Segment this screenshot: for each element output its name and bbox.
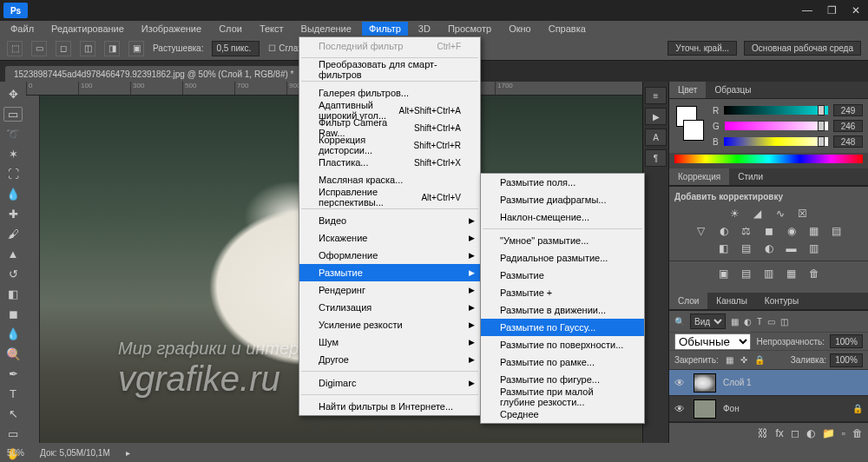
fx-icon[interactable]: fx: [775, 427, 783, 439]
healing-tool[interactable]: ✚: [3, 207, 23, 221]
menu-item[interactable]: Размытие в движении...: [481, 301, 644, 319]
menu-item[interactable]: Размытие по Гауссу...: [481, 319, 644, 336]
filter-pixel-icon[interactable]: ▦: [731, 317, 739, 327]
menu-выделение[interactable]: Выделение: [294, 22, 358, 36]
menu-item[interactable]: Digimarc▶: [299, 374, 480, 392]
menu-просмотр[interactable]: Просмотр: [441, 22, 498, 36]
filter-adj-icon[interactable]: ◐: [744, 317, 752, 327]
window-close[interactable]: ✕: [847, 3, 865, 17]
exposure-icon[interactable]: ☒: [795, 207, 811, 221]
path-tool[interactable]: ↖: [3, 406, 23, 421]
marquee-sub-icon[interactable]: ◨: [104, 41, 120, 56]
move-tool[interactable]: ✥: [3, 87, 23, 102]
paragraph-panel-icon[interactable]: ¶: [645, 149, 667, 167]
menu-item[interactable]: Размытие: [481, 267, 644, 284]
menu-item[interactable]: Преобразовать для смарт-фильтров: [299, 61, 480, 78]
menu-item[interactable]: Коррекция дисторсии...Shift+Ctrl+R: [299, 136, 480, 154]
menu-окно[interactable]: Окно: [502, 22, 538, 36]
visibility-icon[interactable]: 👁: [674, 403, 687, 415]
b-slider[interactable]: [724, 137, 828, 146]
photo-filter-icon[interactable]: ◉: [784, 224, 799, 238]
menu-item[interactable]: Последний фильтрCtrl+F: [299, 37, 480, 55]
menu-item[interactable]: Радиальное размытие...: [481, 249, 644, 267]
tab-color[interactable]: Цвет: [669, 82, 706, 98]
gradient-tool[interactable]: ◼: [3, 307, 23, 321]
menu-item[interactable]: Размытие диафрагмы...: [481, 191, 644, 208]
menu-item[interactable]: Фильтр Camera Raw...Shift+Ctrl+A: [299, 119, 480, 136]
menu-item[interactable]: Размытие▶: [299, 264, 480, 281]
filter-kind-select[interactable]: Вид: [690, 314, 726, 329]
zoom-level[interactable]: 50%: [7, 448, 24, 458]
workspace-switcher[interactable]: Основная рабочая среда: [744, 41, 861, 56]
menu-слои[interactable]: Слои: [212, 22, 249, 36]
menu-item[interactable]: Размытие поля...: [481, 174, 644, 191]
menu-item[interactable]: Адаптивный широкий угол...Alt+Shift+Ctrl…: [299, 102, 480, 119]
threshold-icon[interactable]: ◐: [761, 241, 777, 255]
hue-icon[interactable]: ◐: [716, 224, 732, 238]
tool-preset-icon[interactable]: ⬚: [7, 41, 23, 56]
selective-icon[interactable]: ▥: [806, 241, 822, 255]
doc-tab[interactable]: 15238987445ad4d978466479.92391862.jpg @ …: [5, 66, 315, 82]
menu-item[interactable]: "Умное" размытие...: [481, 232, 644, 249]
stamp-tool[interactable]: ▲: [3, 247, 23, 261]
mask-icon[interactable]: ◻: [791, 427, 799, 439]
menu-item[interactable]: Размытие при малой глубине резкости...: [481, 388, 644, 406]
shape-tool[interactable]: ▭: [3, 426, 23, 441]
levels-icon[interactable]: ◢: [750, 207, 766, 221]
eraser-tool[interactable]: ◧: [3, 287, 23, 301]
menu-item[interactable]: Шум▶: [299, 333, 480, 351]
pen-tool[interactable]: ✒: [3, 366, 23, 381]
marquee-inter-icon[interactable]: ▣: [128, 41, 144, 56]
trash-icon[interactable]: 🗑: [806, 267, 822, 280]
preset-icon[interactable]: ▣: [716, 267, 732, 280]
tab-styles[interactable]: Стили: [729, 168, 772, 185]
wand-tool[interactable]: ✶: [3, 147, 23, 162]
opacity-input[interactable]: [830, 334, 863, 348]
history-brush-tool[interactable]: ↺: [3, 267, 23, 281]
posterize-icon[interactable]: ▤: [739, 241, 754, 255]
menu-item[interactable]: Размытие по рамке...: [481, 353, 644, 371]
preset4-icon[interactable]: ▦: [784, 267, 799, 280]
menu-item[interactable]: Искажение▶: [299, 229, 480, 247]
menu-изображение[interactable]: Изображение: [135, 22, 208, 36]
menu-item[interactable]: Рендеринг▶: [299, 281, 480, 299]
menu-редактирование[interactable]: Редактирование: [44, 22, 131, 36]
tab-layers[interactable]: Слои: [669, 293, 707, 309]
tab-channels[interactable]: Каналы: [707, 293, 756, 309]
tab-paths[interactable]: Контуры: [756, 293, 807, 309]
preset2-icon[interactable]: ▤: [739, 267, 754, 280]
menu-справка[interactable]: Справка: [542, 22, 593, 36]
layer-row[interactable]: 👁Фон🔒: [669, 396, 868, 422]
marquee-tool[interactable]: ▭: [3, 107, 23, 122]
menu-item[interactable]: Найти фильтры в Интернете...: [299, 398, 480, 415]
type-tool[interactable]: T: [3, 386, 23, 401]
menu-item[interactable]: Среднее: [481, 406, 644, 423]
delete-layer-icon[interactable]: 🗑: [852, 427, 863, 439]
filter-kind-icon[interactable]: 🔍: [674, 317, 685, 327]
menu-текст[interactable]: Текст: [253, 22, 291, 36]
brush-tool[interactable]: 🖌: [3, 227, 23, 241]
bw-icon[interactable]: ◼: [761, 224, 777, 238]
lock-all-icon[interactable]: ▦: [726, 355, 733, 365]
brightness-icon[interactable]: ☀: [727, 207, 743, 221]
lock-pixel-icon[interactable]: 🔒: [754, 355, 765, 365]
menu-item[interactable]: Другое▶: [299, 351, 480, 368]
menu-item[interactable]: Размытие по поверхности...: [481, 336, 644, 353]
menu-item[interactable]: Пластика...Shift+Ctrl+X: [299, 154, 480, 171]
layer-row[interactable]: 👁Слой 1: [669, 370, 868, 396]
adj-layer-icon[interactable]: ◐: [806, 427, 815, 439]
menu-item[interactable]: Размытие по фигуре...: [481, 371, 644, 388]
char-panel-icon[interactable]: A: [645, 129, 667, 146]
history-panel-icon[interactable]: ≡: [645, 87, 667, 104]
filter-type-icon[interactable]: T: [757, 317, 762, 327]
blend-mode-select[interactable]: Обычные: [674, 333, 751, 350]
preset3-icon[interactable]: ▥: [761, 267, 777, 280]
g-input[interactable]: [833, 120, 863, 132]
tab-swatches[interactable]: Образцы: [706, 82, 760, 98]
menu-item[interactable]: Исправление перспективы...Alt+Ctrl+V: [299, 188, 480, 206]
dodge-tool[interactable]: 🍭: [3, 346, 23, 361]
lasso-tool[interactable]: ➰: [3, 127, 23, 142]
window-minimize[interactable]: —: [799, 3, 816, 17]
hue-strip[interactable]: [674, 155, 863, 163]
menu-item[interactable]: Наклон-смещение...: [481, 208, 644, 226]
